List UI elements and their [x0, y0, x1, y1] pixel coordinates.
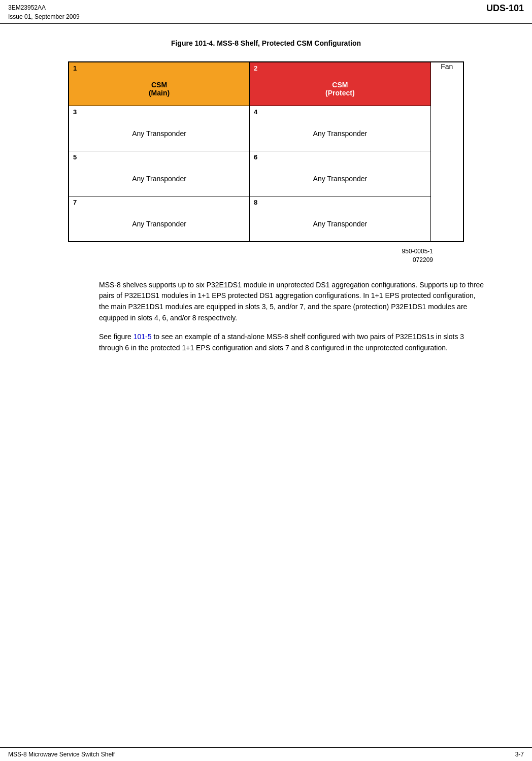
shelf-diagram: 1 CSM (Main) 2 [20, 61, 512, 242]
slot-2-inner: 2 CSM (Protect) [250, 62, 430, 106]
slot-3-number: 3 [73, 108, 245, 116]
page-header: 3EM23952AA Issue 01, September 2009 UDS-… [0, 0, 532, 24]
slot-1-label-line1: CSM [149, 81, 170, 89]
slot-4-cell: 4 Any Transponder [250, 106, 431, 151]
slot-1-inner: 1 CSM (Main) [69, 62, 249, 106]
shelf-row-1: 1 CSM (Main) 2 [69, 62, 463, 106]
slot-1-label: CSM (Main) [73, 74, 245, 102]
slot-1-cell: 1 CSM (Main) [69, 62, 250, 106]
page-footer: MSS-8 Microwave Service Switch Shelf 3-7 [0, 747, 532, 761]
slot-8-label: Any Transponder [254, 208, 426, 237]
slot-7-number: 7 [73, 198, 245, 206]
slot-3-cell: 3 Any Transponder [69, 106, 250, 151]
figure-note-line1: 950-0005-1 [20, 247, 433, 256]
body-p2-link[interactable]: 101-5 [134, 333, 152, 341]
slot-5-inner: 5 Any Transponder [69, 151, 249, 196]
slot-3-inner: 3 Any Transponder [69, 106, 249, 151]
shelf-row-4: 7 Any Transponder 8 Any Transponder [69, 196, 463, 242]
slot-6-label: Any Transponder [254, 163, 426, 192]
figure-title: Figure 101-4. MSS-8 Shelf, Protected CSM… [20, 39, 512, 47]
slot-2-number: 2 [254, 64, 426, 72]
figure-note: 950-0005-1 072209 [20, 247, 433, 264]
fan-cell: Fan [430, 62, 463, 242]
slot-6-cell: 6 Any Transponder [250, 151, 431, 196]
slot-3-label: Any Transponder [73, 118, 245, 147]
shelf-row-2: 3 Any Transponder 4 Any Transponder [69, 106, 463, 151]
body-paragraph-1: MSS-8 shelves supports up to six P32E1DS… [99, 280, 486, 324]
slot-7-cell: 7 Any Transponder [69, 196, 250, 242]
body-text: MSS-8 shelves supports up to six P32E1DS… [99, 280, 486, 354]
figure-note-line2: 072209 [20, 256, 433, 264]
slot-2-label-line2: (Protect) [325, 89, 355, 97]
body-paragraph-2: See figure 101-5 to see an example of a … [99, 332, 486, 353]
slot-7-inner: 7 Any Transponder [69, 196, 249, 241]
doc-number: 3EM23952AA [8, 3, 80, 12]
slot-4-label: Any Transponder [254, 118, 426, 147]
slot-5-label: Any Transponder [73, 163, 245, 192]
slot-5-number: 5 [73, 153, 245, 161]
slot-6-inner: 6 Any Transponder [250, 151, 430, 196]
slot-4-inner: 4 Any Transponder [250, 106, 430, 151]
body-p2-post: to see an example of a stand-alone MSS-8… [99, 333, 464, 352]
product-title: UDS-101 [486, 3, 524, 14]
slot-8-number: 8 [254, 198, 426, 206]
slot-2-cell: 2 CSM (Protect) [250, 62, 431, 106]
slot-5-cell: 5 Any Transponder [69, 151, 250, 196]
slot-7-label: Any Transponder [73, 208, 245, 237]
body-p2-pre: See figure [99, 333, 134, 341]
slot-4-number: 4 [254, 108, 426, 116]
footer-left: MSS-8 Microwave Service Switch Shelf [8, 751, 115, 758]
slot-6-number: 6 [254, 153, 426, 161]
fan-label: Fan [431, 62, 463, 71]
header-doc-info: 3EM23952AA Issue 01, September 2009 [8, 3, 80, 21]
slot-2-label: CSM (Protect) [254, 74, 426, 102]
issue-date: Issue 01, September 2009 [8, 12, 80, 21]
slot-2-label-line1: CSM [325, 81, 355, 89]
slot-8-inner: 8 Any Transponder [250, 196, 430, 241]
shelf-table: 1 CSM (Main) 2 [68, 61, 464, 242]
footer-right: 3-7 [515, 751, 524, 758]
shelf-row-3: 5 Any Transponder 6 Any Transponder [69, 151, 463, 196]
page-content: Figure 101-4. MSS-8 Shelf, Protected CSM… [0, 24, 532, 382]
slot-1-label-line2: (Main) [149, 89, 170, 97]
slot-8-cell: 8 Any Transponder [250, 196, 431, 242]
slot-1-number: 1 [73, 64, 245, 72]
